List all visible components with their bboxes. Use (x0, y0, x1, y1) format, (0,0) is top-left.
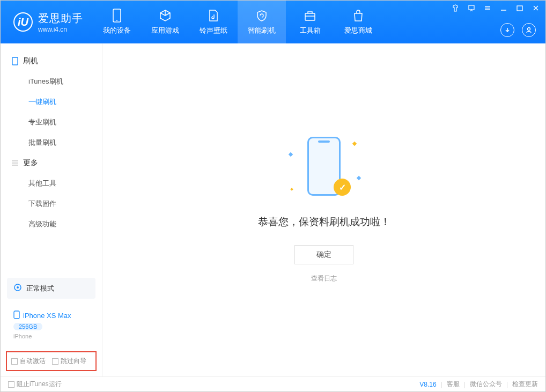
device-type: iPhone (13, 333, 89, 339)
menu-icon[interactable] (483, 4, 492, 12)
check-icon: ✓ (334, 179, 351, 196)
phone-icon (110, 9, 124, 23)
svg-point-12 (528, 28, 530, 31)
sidebar-group-flash: 刷机 (1, 51, 102, 71)
svg-point-1 (116, 20, 117, 21)
svg-rect-2 (305, 13, 315, 20)
support-link[interactable]: 客服 (447, 380, 460, 389)
sidebar-item-oneclick-flash[interactable]: 一键刷机 (1, 92, 102, 112)
sidebar-item-pro-flash[interactable]: 专业刷机 (1, 112, 102, 132)
close-icon[interactable] (532, 4, 540, 12)
minimize-icon[interactable] (499, 4, 508, 12)
device-icon (11, 57, 19, 65)
checkbox-block-itunes[interactable]: 阻止iTunes运行 (8, 380, 62, 389)
sidebar-item-download-firmware[interactable]: 下载固件 (1, 194, 102, 214)
download-button[interactable] (500, 23, 514, 37)
list-icon (11, 159, 19, 167)
nav-my-device[interactable]: 我的设备 (93, 1, 141, 43)
svg-rect-4 (469, 5, 474, 10)
storage-badge: 256GB (13, 323, 42, 330)
mode-icon (13, 283, 22, 293)
sidebar-item-other-tools[interactable]: 其他工具 (1, 173, 102, 194)
app-logo: iU 爱思助手 www.i4.cn (1, 11, 93, 33)
refresh-shield-icon (255, 9, 269, 23)
account-button[interactable] (522, 23, 536, 37)
app-subtitle: www.i4.cn (38, 26, 83, 33)
skin-icon[interactable] (451, 4, 460, 12)
svg-rect-9 (517, 6, 522, 11)
main-nav: 我的设备 应用游戏 铃声壁纸 智能刷机 工具箱 爱思商城 (93, 1, 382, 43)
sidebar: 刷机 iTunes刷机 一键刷机 专业刷机 批量刷机 更多 其他工具 下载固件 … (1, 43, 102, 376)
sidebar-group-more: 更多 (1, 153, 102, 173)
app-title: 爱思助手 (38, 11, 83, 26)
feedback-icon[interactable] (467, 4, 476, 12)
nav-ringtone-wallpaper[interactable]: 铃声壁纸 (189, 1, 238, 43)
sidebar-item-advanced[interactable]: 高级功能 (1, 214, 102, 234)
success-message: 恭喜您，保资料刷机成功啦！ (258, 215, 390, 229)
status-bar: 阻止iTunes运行 V8.16 | 客服 | 微信公众号 | 检查更新 (1, 376, 545, 391)
nav-apps-games[interactable]: 应用游戏 (141, 1, 189, 43)
main-content: ✓ 恭喜您，保资料刷机成功啦！ 确定 查看日志 (102, 43, 545, 376)
toolbox-icon (303, 9, 317, 23)
svg-point-18 (17, 286, 19, 289)
window-controls (451, 4, 540, 12)
bag-icon (351, 9, 365, 23)
success-illustration: ✓ (286, 137, 361, 201)
svg-rect-19 (14, 311, 19, 319)
check-update-link[interactable]: 检查更新 (512, 380, 538, 389)
device-card[interactable]: iPhone XS Max 256GB iPhone (7, 305, 95, 345)
highlight-options: 自动激活 跳过向导 (6, 351, 97, 371)
music-file-icon (206, 9, 220, 23)
maximize-icon[interactable] (515, 4, 524, 12)
sidebar-item-batch-flash[interactable]: 批量刷机 (1, 132, 102, 153)
title-bar: iU 爱思助手 www.i4.cn 我的设备 应用游戏 铃声壁纸 智能刷机 工具… (1, 1, 545, 43)
nav-toolbox[interactable]: 工具箱 (286, 1, 334, 43)
nav-smart-flash[interactable]: 智能刷机 (238, 1, 286, 43)
logo-icon: iU (13, 12, 33, 32)
phone-small-icon (13, 310, 20, 321)
checkbox-skip-guide[interactable]: 跳过向导 (52, 357, 86, 366)
sidebar-item-itunes-flash[interactable]: iTunes刷机 (1, 71, 102, 92)
checkbox-auto-activate[interactable]: 自动激活 (11, 357, 46, 366)
cube-icon (158, 9, 172, 23)
wechat-link[interactable]: 微信公众号 (470, 380, 502, 389)
device-mode-card[interactable]: 正常模式 (7, 278, 95, 299)
nav-store[interactable]: 爱思商城 (334, 1, 382, 43)
svg-rect-13 (12, 57, 18, 65)
ok-button[interactable]: 确定 (294, 245, 353, 264)
version-label: V8.16 (419, 381, 436, 388)
view-log-link[interactable]: 查看日志 (311, 274, 337, 283)
